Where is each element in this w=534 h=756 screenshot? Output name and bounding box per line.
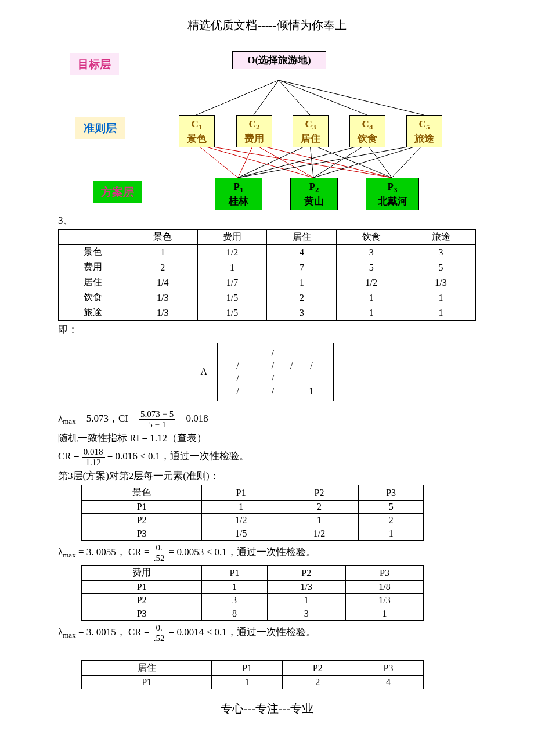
p2-lambda-line: λmax = 3. 0015， CR = 0..52 = 0.0014 < 0.…	[58, 623, 476, 643]
cr-fraction: 0.0181.12	[82, 447, 105, 467]
m	[228, 347, 247, 359]
cr-line: CR = 0.0181.12 = 0.016 < 0.1，通过一次性检验。	[58, 447, 476, 467]
td: 1/5	[197, 305, 267, 321]
matrix-label: A =	[200, 366, 214, 376]
page-header: 精选优质文档-----倾情为你奉上	[58, 17, 476, 33]
c3-text: 居住	[301, 133, 320, 144]
td: 1	[280, 514, 359, 527]
table-row: 费用21755	[59, 260, 476, 275]
den: .52	[152, 553, 167, 563]
num: 5.073 − 5	[139, 409, 175, 420]
table-row: P3831	[82, 607, 424, 621]
m: /	[228, 385, 247, 398]
table-row: 景色 费用 居住 饮食 旅途	[59, 230, 476, 245]
td: 1/5	[197, 290, 267, 305]
td: 1	[202, 581, 267, 594]
hierarchy-diagram: 目标层 准则层 方案层 O(选择旅游地) C1景色 C2费用 C3居住 C4饮食…	[58, 49, 476, 211]
th: P1	[212, 661, 283, 676]
td: 1/5	[202, 527, 280, 541]
th: 旅途	[406, 230, 476, 245]
m: /	[228, 359, 247, 372]
td: 1/2	[337, 275, 406, 290]
td: 7	[267, 260, 337, 275]
table-row: 居住P1P2P3	[82, 661, 424, 676]
matrix-A: A = / //// // //1	[58, 343, 476, 401]
td: 1/7	[197, 275, 267, 290]
page-footer: 专心---专注---专业	[58, 701, 476, 717]
td: 1	[267, 275, 337, 290]
table-row: 居住1/41/711/21/3	[59, 275, 476, 290]
th: 景色	[128, 230, 197, 245]
num: 0.	[152, 623, 167, 633]
td: 1	[345, 607, 424, 621]
table-row: 饮食1/31/5211	[59, 290, 476, 305]
td: 1	[337, 305, 406, 321]
th: 居住	[82, 661, 212, 676]
p3-text: 北戴河	[378, 196, 407, 207]
text-ji: 即：	[58, 323, 476, 336]
p2-eq: = 3. 0015， CR =	[76, 627, 152, 638]
c2-text: 费用	[244, 133, 264, 144]
td: 5	[337, 260, 406, 275]
criterion-node-3: C3居住	[293, 115, 329, 147]
th: P1	[202, 566, 267, 581]
den: 5 − 1	[139, 420, 175, 430]
td: 1/2	[280, 527, 359, 541]
td: 1/2	[197, 245, 267, 260]
td: 1/3	[406, 275, 476, 290]
layer3-text: 第3层(方案)对第2层每一元素(准则)：	[58, 469, 476, 483]
td: P1	[82, 676, 212, 689]
num: 0.018	[82, 447, 105, 458]
c4-text: 饮食	[358, 133, 377, 144]
goal-sym: O	[247, 55, 255, 66]
svg-line-6	[196, 144, 313, 178]
td: 1/2	[202, 514, 280, 527]
header-rule	[58, 37, 476, 37]
criterion-node-5: C5旅途	[406, 115, 442, 147]
m: /	[301, 359, 322, 372]
criterion-node-4: C4饮食	[349, 115, 385, 147]
td: 1	[197, 260, 267, 275]
td: 1/3	[128, 290, 197, 305]
td: 1	[267, 594, 345, 607]
td: 1/4	[128, 275, 197, 290]
td: 5	[358, 501, 424, 514]
table-row: P31/51/21	[82, 527, 424, 541]
table-row: P21/212	[82, 514, 424, 527]
td: 3	[267, 607, 345, 621]
c5-text: 旅途	[414, 133, 434, 144]
svg-line-8	[238, 144, 254, 178]
goal-node: O(选择旅游地)	[232, 51, 326, 69]
table-row: P2311/3	[82, 594, 424, 607]
p1-fraction: 0..52	[152, 543, 167, 563]
m: /	[228, 372, 247, 385]
td: 3	[337, 245, 406, 260]
td: 1	[212, 676, 283, 689]
td: P2	[82, 594, 202, 607]
th	[59, 230, 128, 245]
plan-node-2: P2黄山	[290, 178, 338, 210]
th: 居住	[267, 230, 337, 245]
m	[247, 359, 264, 372]
svg-line-12	[310, 144, 313, 178]
p2-result: = 0.0014 < 0.1，通过一次性检验。	[167, 627, 316, 638]
td: 4	[267, 245, 337, 260]
p1-text: 桂林	[229, 196, 248, 207]
table-row: P1124	[82, 676, 424, 689]
td: P3	[82, 607, 202, 621]
td: 3	[202, 594, 267, 607]
td: 3	[267, 305, 337, 321]
svg-line-9	[254, 144, 313, 178]
section-number: 3、	[58, 214, 476, 227]
td: 居住	[59, 275, 128, 290]
td: P1	[82, 581, 202, 594]
svg-line-7	[196, 144, 392, 178]
p1-sub: 1	[240, 185, 244, 194]
m	[282, 385, 301, 398]
p3-sym: P	[388, 181, 394, 192]
td: 1/3	[128, 305, 197, 321]
table-row: P1125	[82, 501, 424, 514]
m: /	[264, 347, 282, 359]
td: 1	[337, 290, 406, 305]
table-row: P111/31/8	[82, 581, 424, 594]
